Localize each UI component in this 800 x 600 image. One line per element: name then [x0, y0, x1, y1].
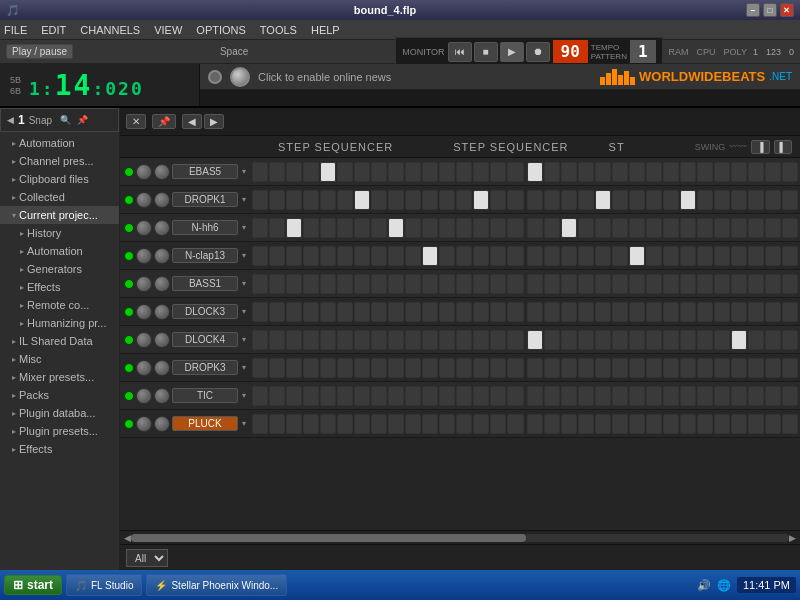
row-name[interactable]: EBAS5	[172, 164, 238, 179]
seq-step-btn[interactable]	[765, 274, 781, 294]
seq-step-btn[interactable]	[748, 190, 764, 210]
rewind-button[interactable]: ⏮	[448, 42, 472, 62]
seq-step-btn[interactable]	[714, 386, 730, 406]
seq-step-btn[interactable]	[527, 358, 543, 378]
maximize-button[interactable]: □	[763, 3, 777, 17]
seq-step-btn[interactable]	[473, 386, 489, 406]
seq-step-btn[interactable]	[354, 274, 370, 294]
seq-step-btn[interactable]	[595, 274, 611, 294]
seq-step-btn[interactable]	[388, 358, 404, 378]
seq-step-btn[interactable]	[456, 358, 472, 378]
row-knob-volume[interactable]	[136, 220, 152, 236]
seq-step-btn[interactable]	[252, 414, 268, 434]
seq-step-btn[interactable]	[422, 330, 438, 350]
seq-step-btn[interactable]	[252, 190, 268, 210]
sidebar-item-il-shared[interactable]: ▸ IL Shared Data	[0, 332, 119, 350]
row-name[interactable]: DLOCK4	[172, 332, 238, 347]
seq-step-btn[interactable]	[337, 330, 353, 350]
seq-step-btn[interactable]	[252, 274, 268, 294]
seq-step-btn[interactable]	[456, 386, 472, 406]
seq-step-btn[interactable]	[252, 386, 268, 406]
seq-step-btn[interactable]	[354, 330, 370, 350]
seq-step-btn[interactable]	[782, 302, 798, 322]
seq-step-btn[interactable]	[595, 386, 611, 406]
seq-step-btn[interactable]	[527, 302, 543, 322]
seq-step-btn[interactable]	[646, 302, 662, 322]
seq-step-btn[interactable]	[561, 386, 577, 406]
seq-step-btn[interactable]	[337, 162, 353, 182]
seq-step-btn[interactable]	[578, 414, 594, 434]
seq-step-btn[interactable]	[646, 218, 662, 238]
seq-step-btn[interactable]	[456, 190, 472, 210]
seq-step-btn[interactable]	[697, 386, 713, 406]
seq-next-btn[interactable]: ▶	[204, 114, 224, 129]
seq-step-btn[interactable]	[544, 162, 560, 182]
seq-step-btn[interactable]	[731, 162, 747, 182]
seq-step-btn[interactable]	[561, 274, 577, 294]
seq-step-btn[interactable]	[490, 218, 506, 238]
seq-step-btn[interactable]	[578, 330, 594, 350]
seq-step-btn[interactable]	[405, 330, 421, 350]
scroll-left-btn[interactable]: ◀	[124, 533, 131, 543]
seq-step-btn[interactable]	[561, 190, 577, 210]
swing-btn1[interactable]: ▐	[751, 140, 769, 154]
row-led[interactable]	[124, 419, 134, 429]
seq-step-btn[interactable]	[456, 302, 472, 322]
row-led[interactable]	[124, 195, 134, 205]
sidebar-item-remote-co[interactable]: ▸ Remote co...	[0, 296, 119, 314]
seq-step-btn[interactable]	[748, 162, 764, 182]
seq-step-btn[interactable]	[286, 190, 302, 210]
seq-step-btn[interactable]	[303, 414, 319, 434]
start-button[interactable]: ⊞ start	[4, 575, 62, 595]
seq-step-btn[interactable]	[286, 274, 302, 294]
sidebar-item-current-project[interactable]: ▾ Current projec...	[0, 206, 119, 224]
snap-arrow2[interactable]: 🔍	[60, 115, 71, 125]
seq-step-btn[interactable]	[354, 386, 370, 406]
seq-step-btn[interactable]	[748, 274, 764, 294]
seq-step-btn[interactable]	[629, 414, 645, 434]
row-led[interactable]	[124, 335, 134, 345]
seq-step-btn[interactable]	[782, 162, 798, 182]
seq-step-btn[interactable]	[371, 386, 387, 406]
record-button[interactable]: ⏺	[526, 42, 550, 62]
seq-step-btn[interactable]	[490, 330, 506, 350]
seq-step-btn[interactable]	[629, 330, 645, 350]
row-led[interactable]	[124, 223, 134, 233]
seq-step-btn[interactable]	[765, 246, 781, 266]
seq-step-btn[interactable]	[578, 218, 594, 238]
seq-step-btn[interactable]	[269, 302, 285, 322]
sidebar-item-misc[interactable]: ▸ Misc	[0, 350, 119, 368]
seq-step-btn[interactable]	[680, 330, 696, 350]
seq-step-btn[interactable]	[782, 190, 798, 210]
seq-step-btn[interactable]	[388, 246, 404, 266]
seq-step-btn[interactable]	[544, 330, 560, 350]
seq-step-btn[interactable]	[303, 246, 319, 266]
seq-step-btn[interactable]	[320, 330, 336, 350]
seq-step-btn[interactable]	[782, 274, 798, 294]
row-knob-volume[interactable]	[136, 388, 152, 404]
seq-step-btn[interactable]	[544, 386, 560, 406]
seq-step-btn[interactable]	[252, 358, 268, 378]
seq-step-btn[interactable]	[782, 414, 798, 434]
seq-step-btn[interactable]	[405, 246, 421, 266]
seq-step-btn[interactable]	[612, 414, 628, 434]
seq-step-btn[interactable]	[663, 190, 679, 210]
seq-step-btn[interactable]	[765, 162, 781, 182]
seq-step-btn[interactable]	[697, 162, 713, 182]
seq-step-btn[interactable]	[371, 190, 387, 210]
channel-select[interactable]: All	[126, 549, 168, 567]
seq-step-btn[interactable]	[561, 358, 577, 378]
seq-step-btn[interactable]	[612, 302, 628, 322]
seq-step-btn[interactable]	[303, 302, 319, 322]
seq-step-btn[interactable]	[405, 218, 421, 238]
seq-step-btn[interactable]	[612, 246, 628, 266]
seq-step-btn[interactable]	[544, 218, 560, 238]
seq-step-btn[interactable]	[354, 246, 370, 266]
seq-prev-btn[interactable]: ◀	[182, 114, 202, 129]
seq-step-btn[interactable]	[507, 414, 523, 434]
seq-step-btn[interactable]	[337, 386, 353, 406]
seq-step-btn[interactable]	[629, 162, 645, 182]
seq-step-btn[interactable]	[473, 358, 489, 378]
scrollbar-thumb[interactable]	[131, 534, 526, 542]
seq-step-btn[interactable]	[731, 246, 747, 266]
